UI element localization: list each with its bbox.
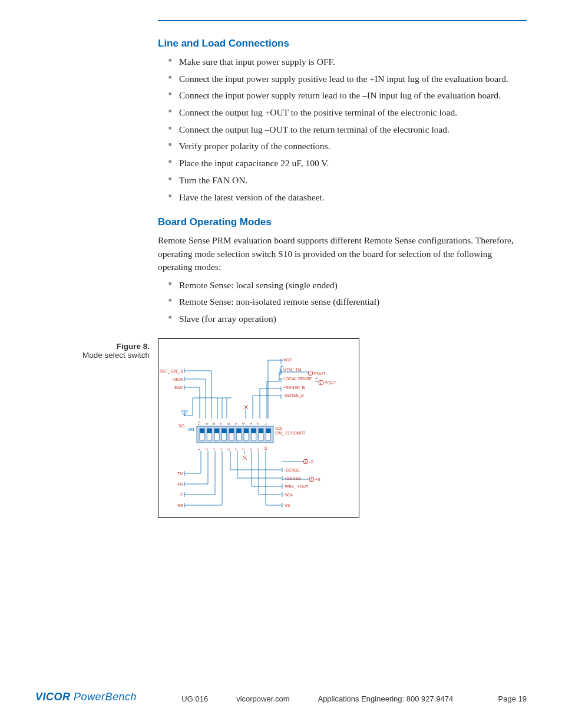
svg-text:7: 7 [242,448,245,450]
page-footer: VICOR PowerBench UG:016 vicorpower.com A… [35,691,527,703]
list-item: Connect the output lug +OUT to the posit… [168,106,527,119]
svg-rect-11 [200,429,204,433]
svg-text:4: 4 [220,448,223,450]
footer-phone: Applications Engineering: 800 927.9474 [318,694,453,703]
svg-text:LOCAL  SENSE_ +: LOCAL SENSE_ + [283,377,318,381]
svg-text:PRM_ +OUT: PRM_ +OUT [285,485,309,489]
svg-rect-12 [207,429,212,433]
svg-text:3: 3 [212,448,216,450]
svg-rect-14 [222,429,227,433]
figure-number: Figure 8. [35,342,150,351]
list-item: Remote Sense: non-isolated remote sense … [168,295,527,308]
svg-text:5: 5 [234,423,238,425]
svg-text:9: 9 [205,423,209,425]
svg-text:-S: -S [309,460,313,464]
svg-rect-18 [252,429,256,433]
logo-powerbench: PowerBench [74,691,137,703]
svg-text:1: 1 [310,477,312,481]
svg-text:+SENSE_B: +SENSE_B [283,386,305,390]
svg-text:4: 4 [242,423,245,425]
section-heading-board-modes: Board Operating Modes [158,216,527,228]
list-item: Verify proper polarity of the connection… [168,140,527,153]
svg-text:POUT: POUT [314,371,326,375]
svg-text:8: 8 [212,423,216,425]
board-modes-list: Remote Sense: local sensing (single ende… [158,279,527,325]
svg-text:RE: RE [177,503,183,508]
svg-text:ON: ON [188,427,194,431]
list-item: Turn the FAN ON. [168,174,527,187]
svg-text:-SENSE: -SENSE [285,468,300,472]
list-item: Remote Sense: local sensing (single ende… [168,279,527,292]
svg-text:7: 7 [220,423,223,425]
header-rule [158,20,527,21]
footer-ug: UG:016 [181,694,208,703]
list-item: Connect the input power supply positive … [168,73,527,85]
svg-text:1: 1 [305,460,306,463]
svg-text:+S: +S [315,477,320,482]
list-item: Make sure that input power supply is OFF… [168,55,527,68]
svg-text:2: 2 [205,448,209,450]
svg-text:10: 10 [197,420,201,424]
svg-text:1: 1 [264,423,267,425]
footer-site: vicorpower.com [236,694,289,703]
list-item: Place the input capacitance 22 uF, 100 V… [168,157,527,170]
list-item: Slave (for array operation) [168,312,527,325]
figure-caption-text: Mode select switch [35,351,150,360]
svg-text:S10: S10 [275,426,283,430]
svg-text:IF: IF [180,493,183,497]
svg-text:8: 8 [249,448,253,450]
svg-text:6: 6 [227,423,230,425]
svg-text:1: 1 [309,371,311,375]
svg-text:5: 5 [227,448,230,450]
section-heading-line-load: Line and Load Connections [158,38,527,50]
svg-text:1: 1 [197,448,201,450]
svg-rect-15 [229,429,234,433]
svg-text:PR: PR [177,482,183,486]
svg-text:SW_ 21910MST: SW_ 21910MST [275,431,306,436]
svg-text:REF_ EN_ B: REF_ EN_ B [160,369,183,374]
svg-text:VS: VS [285,503,290,508]
svg-text:9: 9 [256,448,260,450]
board-modes-intro: Remote Sense PRM evaluation board suppor… [158,234,527,274]
svg-text:10: 10 [264,446,267,450]
svg-text:VTM_ TM: VTM_ TM [283,368,302,373]
svg-text:2: 2 [256,423,260,425]
svg-text:NC4: NC4 [285,493,293,497]
svg-text:+SENSE: +SENSE [285,476,301,480]
svg-text:VCC: VCC [283,358,292,362]
logo-vicor: VICOR [35,691,71,703]
svg-text:TM: TM [177,472,183,476]
figure-caption: Figure 8. Mode select switch [35,338,158,518]
svg-text:3: 3 [249,423,253,425]
svg-rect-19 [259,429,263,433]
svg-rect-16 [237,429,242,433]
svg-rect-17 [244,429,249,433]
svg-text:POUT: POUT [325,381,336,385]
svg-text:EAO: EAO [174,386,183,390]
vicor-logo: VICOR PowerBench [35,691,137,703]
svg-text:IMON: IMON [173,377,183,381]
svg-text:6: 6 [234,448,238,450]
svg-text:-SENSE_B: -SENSE_B [283,393,304,398]
list-item: Have the latest version of the datasheet… [168,191,527,204]
footer-page: Page 19 [498,694,527,703]
svg-rect-13 [214,429,219,433]
svg-text:1: 1 [320,381,322,384]
list-item: Connect the input power supply return le… [168,89,527,102]
svg-rect-20 [266,429,271,433]
mode-switch-diagram: 10 9 8 7 6 5 4 3 2 1 1 2 3 4 5 [158,338,359,518]
svg-text:SG: SG [178,424,184,428]
list-item: Connect the output lug –OUT to the retur… [168,123,527,136]
line-load-list: Make sure that input power supply is OFF… [158,55,527,203]
